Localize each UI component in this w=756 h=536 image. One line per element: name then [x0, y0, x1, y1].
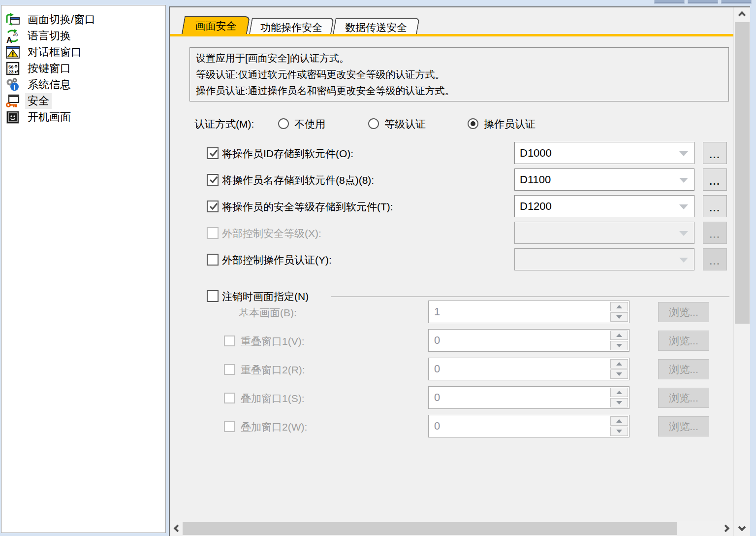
stepper-up-button[interactable] [610, 331, 628, 340]
checkbox-store-operator-name[interactable] [207, 174, 219, 186]
stepper-down-button[interactable] [610, 312, 628, 322]
combo-value: D1000 [520, 147, 552, 160]
checkbox-external-control-security-level[interactable] [207, 227, 219, 239]
cutoff-dialog-button-3[interactable] [721, 0, 752, 3]
chevron-down-icon [679, 151, 688, 156]
store-operator-name-label: 将操作员名存储到软元件(8点)(8): [222, 174, 374, 187]
stepper-buttons [610, 388, 628, 407]
checkbox-overlap-window-1[interactable] [224, 335, 235, 346]
tab-function-operation-security[interactable]: 功能操作安全 [249, 18, 334, 34]
description-box: 设置应用于[画面安全]的认证方式。 等级认证:仅通过软元件或密码更改安全等级的认… [189, 47, 729, 101]
radio-not-used-label: 不使用 [294, 118, 325, 131]
scroll-left-icon[interactable] [174, 525, 182, 533]
store-operator-id-label: 将操作员ID存储到软元件(O): [222, 147, 353, 160]
scroll-down-icon[interactable] [738, 524, 746, 532]
overlap-window-1-label: 重叠窗口1(V): [241, 335, 305, 348]
sidebar-item-label: 语言切换 [25, 28, 73, 44]
operator-id-device-browse-button[interactable]: ... [703, 142, 727, 164]
sidebar-item-key-window[interactable]: 56 23 按键窗口 [1, 60, 165, 76]
triangle-up-icon [616, 419, 622, 423]
superimpose-window-2-browse-button[interactable]: 浏览... [658, 416, 709, 436]
tab-data-transfer-security[interactable]: 数据传送安全 [333, 18, 420, 34]
security-level-device-browse-button[interactable]: ... [703, 195, 727, 217]
sidebar-item-dialog-window[interactable]: 对话框窗口 [1, 44, 165, 60]
combo-value: D1100 [520, 173, 551, 186]
checkbox-store-security-level[interactable] [207, 201, 219, 212]
external-operator-auth-combo[interactable] [514, 248, 694, 270]
radio-level-authentication[interactable] [368, 118, 379, 129]
vertical-scrollbar[interactable] [733, 7, 750, 536]
horizontal-scrollbar-thumb[interactable] [183, 522, 677, 535]
chevron-down-icon [679, 231, 688, 236]
stepper-up-button[interactable] [610, 359, 628, 368]
checkbox-logout-screen-spec[interactable] [207, 290, 219, 302]
overlap-window-1-browse-button[interactable]: 浏览... [658, 331, 709, 351]
chevron-down-icon [679, 204, 688, 209]
triangle-down-icon [616, 401, 622, 404]
checkbox-superimpose-window-2[interactable] [224, 421, 235, 432]
stepper-up-button[interactable] [610, 388, 628, 397]
key-window-icon: 56 23 [5, 61, 20, 76]
sidebar-item-system-information[interactable]: i 系统信息 [1, 76, 165, 93]
radio-not-used[interactable] [278, 118, 289, 129]
superimpose-window-2-stepper[interactable]: 0 [428, 415, 630, 437]
sidebar-item-label: 对话框窗口 [25, 44, 84, 60]
triangle-down-icon [616, 430, 622, 433]
sidebar-item-label: 系统信息 [25, 77, 73, 93]
stepper-down-button[interactable] [610, 369, 628, 379]
overlap-window-1-stepper[interactable]: 0 [428, 329, 630, 352]
sidebar-item-screen-switching[interactable]: 画面切换/窗口 [1, 11, 165, 28]
vertical-scrollbar-thumb[interactable] [735, 22, 750, 324]
cutoff-dialog-button-2[interactable] [688, 0, 718, 3]
svg-text:あ: あ [13, 31, 18, 36]
stepper-down-button[interactable] [610, 398, 628, 407]
triangle-down-icon [616, 315, 622, 319]
security-level-device-combo[interactable]: D1200 [514, 195, 694, 217]
checkbox-overlap-window-2[interactable] [224, 364, 235, 375]
triangle-up-icon [616, 391, 622, 394]
stepper-down-button[interactable] [610, 427, 628, 436]
checkbox-store-operator-id[interactable] [207, 147, 219, 159]
overlap-window-2-stepper[interactable]: 0 [428, 358, 630, 380]
security-settings-dialog: 画面切换/窗口 あ A 语言切换 对话框窗口 [0, 0, 756, 536]
overlap-window-2-browse-button[interactable]: 浏览... [658, 359, 709, 379]
tab-accent-bar [170, 34, 733, 36]
base-screen-number-stepper[interactable]: 1 [428, 301, 630, 323]
stepper-value: 0 [430, 388, 610, 407]
superimpose-window-1-browse-button[interactable]: 浏览... [658, 388, 709, 408]
operator-id-device-combo[interactable]: D1000 [514, 142, 694, 164]
external-security-level-combo[interactable] [514, 222, 694, 244]
external-security-level-browse-button[interactable]: ... [703, 222, 727, 244]
stepper-up-button[interactable] [610, 416, 628, 426]
radio-operator-authentication[interactable] [468, 118, 478, 129]
auth-method-label: 认证方式(M): [194, 118, 254, 131]
operator-name-device-combo[interactable]: D1100 [514, 168, 694, 191]
cutoff-dialog-button-1[interactable] [654, 0, 685, 3]
base-screen-browse-button[interactable]: 浏览... [658, 302, 709, 322]
stepper-value: 0 [430, 359, 610, 379]
security-icon [5, 94, 20, 108]
checkbox-external-control-operator-auth[interactable] [207, 254, 219, 266]
superimpose-window-1-stepper[interactable]: 0 [428, 386, 630, 409]
stepper-down-button[interactable] [610, 341, 628, 350]
scroll-right-icon[interactable] [722, 525, 730, 533]
sidebar-item-security[interactable]: 安全 [1, 93, 165, 109]
stepper-value: 1 [430, 302, 610, 322]
language-switch-icon: あ A [5, 29, 20, 43]
operator-name-device-browse-button[interactable]: ... [703, 168, 727, 191]
base-screen-label: 基本画面(B): [239, 306, 297, 319]
scroll-up-icon[interactable] [738, 11, 746, 19]
dialog-window-icon [5, 45, 20, 60]
svg-text:A: A [6, 36, 12, 43]
sidebar-item-startup-screen[interactable]: 开机画面 [1, 109, 165, 125]
sidebar-item-language-switching[interactable]: あ A 语言切换 [1, 28, 165, 44]
checkbox-superimpose-window-1[interactable] [224, 393, 235, 403]
system-info-icon: i [5, 77, 20, 92]
horizontal-scrollbar[interactable] [170, 521, 733, 536]
external-operator-auth-browse-button[interactable]: ... [703, 248, 727, 270]
stepper-up-button[interactable] [610, 302, 628, 311]
superimpose-window-1-label: 叠加窗口1(S): [241, 392, 305, 405]
triangle-up-icon [616, 362, 622, 366]
triangle-up-icon [616, 334, 622, 337]
tab-screen-security[interactable]: 画面安全 [182, 16, 250, 34]
